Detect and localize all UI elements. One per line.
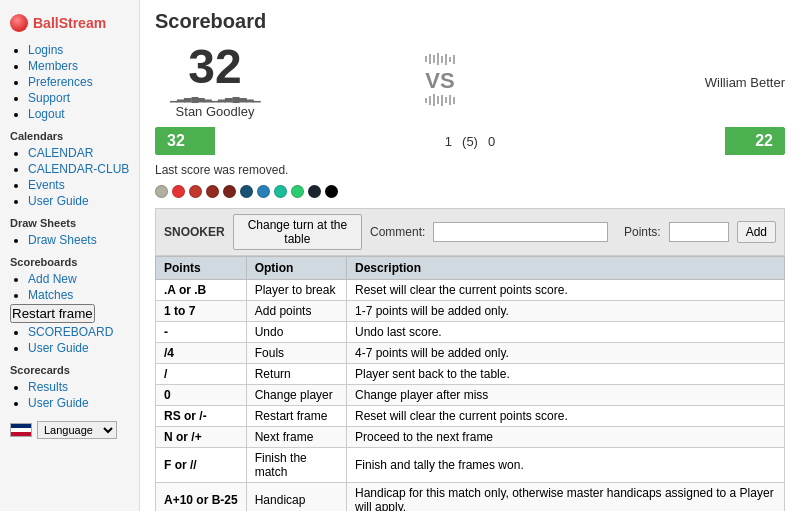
option-cell: Finish the match xyxy=(246,448,346,483)
option-cell: Add points xyxy=(246,301,346,322)
points-label: Points: xyxy=(624,225,661,239)
points-cell: - xyxy=(156,322,247,343)
bar-right-score: 22 xyxy=(725,127,785,155)
col-header-option: Option xyxy=(246,257,346,280)
table-row: A+10 or B-25 Handicap Handicap for this … xyxy=(156,483,785,512)
calendar-links: CALENDAR CALENDAR-CLUB Events User Guide xyxy=(0,145,139,209)
comment-input[interactable] xyxy=(433,222,608,242)
bar-right-score-mid: 0 xyxy=(488,134,495,149)
option-cell: Undo xyxy=(246,322,346,343)
bar-mid: 1 (5) 0 xyxy=(215,127,725,155)
table-row: .A or .B Player to break Reset will clea… xyxy=(156,280,785,301)
color-dots xyxy=(155,185,785,198)
red-dot4[interactable] xyxy=(223,185,236,198)
ball-icon xyxy=(10,14,28,32)
red-dot3[interactable] xyxy=(206,185,219,198)
sidebar-item-add-new[interactable]: Add New xyxy=(28,272,77,286)
col-header-desc: Description xyxy=(346,257,784,280)
desc-cell: 1-7 points will be added only. xyxy=(346,301,784,322)
green-dot[interactable] xyxy=(291,185,304,198)
snooker-label: SNOOKER xyxy=(164,225,225,239)
desc-cell: Proceed to the next frame xyxy=(346,427,784,448)
desc-cell: 4-7 points will be added only. xyxy=(346,343,784,364)
nav-members[interactable]: Members xyxy=(28,59,78,73)
nav-logins[interactable]: Logins xyxy=(28,43,63,57)
vs-block: VS xyxy=(275,53,605,109)
scoreboards-label: Scoreboards xyxy=(0,248,139,271)
sidebar-item-results[interactable]: Results xyxy=(28,380,68,394)
bar-left-score: 32 xyxy=(155,127,215,155)
comment-label: Comment: xyxy=(370,225,425,239)
add-button[interactable]: Add xyxy=(737,221,776,243)
score-area: 32 ▁▂▃▄▃▂▁▂▃▄▃▂▁ Stan Goodley VS William… xyxy=(155,43,785,119)
sidebar-item-calendar-club[interactable]: CALENDAR-CLUB xyxy=(28,162,129,176)
flag-icon xyxy=(10,423,32,437)
option-cell: Restart frame xyxy=(246,406,346,427)
sidebar-item-matches[interactable]: Matches xyxy=(28,288,73,302)
language-select[interactable]: Language xyxy=(37,421,117,439)
sidebar-item-calendar[interactable]: CALENDAR xyxy=(28,146,93,160)
desc-cell: Player sent back to the table. xyxy=(346,364,784,385)
points-cell: .A or .B xyxy=(156,280,247,301)
blue-dot1[interactable] xyxy=(240,185,253,198)
table-row: 0 Change player Change player after miss xyxy=(156,385,785,406)
restart-frame-button[interactable]: Restart frame xyxy=(10,304,95,323)
table-row: 1 to 7 Add points 1-7 points will be add… xyxy=(156,301,785,322)
desc-cell: Finish and tally the frames won. xyxy=(346,448,784,483)
blue-dot2[interactable] xyxy=(257,185,270,198)
last-score-message: Last score was removed. xyxy=(155,163,785,177)
points-cell: N or /+ xyxy=(156,427,247,448)
table-row: /4 Fouls 4-7 points will be added only. xyxy=(156,343,785,364)
table-row: RS or /- Restart frame Reset will clear … xyxy=(156,406,785,427)
sidebar-item-draw-sheets[interactable]: Draw Sheets xyxy=(28,233,97,247)
desc-cell: Reset will clear the current points scor… xyxy=(346,280,784,301)
main-content: Scoreboard 32 ▁▂▃▄▃▂▁▂▃▄▃▂▁ Stan Goodley… xyxy=(140,0,800,511)
change-turn-button[interactable]: Change turn at the table xyxy=(233,214,362,250)
nav-support[interactable]: Support xyxy=(28,91,70,105)
option-cell: Next frame xyxy=(246,427,346,448)
bar-frames: 1 xyxy=(445,134,452,149)
red-dot2[interactable] xyxy=(189,185,202,198)
left-wave: ▁▂▃▄▃▂▁▂▃▄▃▂▁ xyxy=(155,91,275,102)
desc-cell: Handicap for this match only, otherwise … xyxy=(346,483,784,512)
snooker-controls: SNOOKER Change turn at the table Comment… xyxy=(155,208,785,256)
option-cell: Handicap xyxy=(246,483,346,512)
option-cell: Player to break xyxy=(246,280,346,301)
sidebar-item-user-guide-sc[interactable]: User Guide xyxy=(28,396,89,410)
drawsheets-links: Draw Sheets xyxy=(0,232,139,248)
table-row: F or // Finish the match Finish and tall… xyxy=(156,448,785,483)
nav-preferences[interactable]: Preferences xyxy=(28,75,93,89)
dark-dot1[interactable] xyxy=(308,185,321,198)
sidebar-item-events[interactable]: Events xyxy=(28,178,65,192)
table-row: / Return Player sent back to the table. xyxy=(156,364,785,385)
vs-wave xyxy=(275,53,605,65)
col-header-points: Points xyxy=(156,257,247,280)
left-player-name: Stan Goodley xyxy=(155,104,275,119)
score-bar: 32 1 (5) 0 22 xyxy=(155,127,785,155)
logo-text: BallStream xyxy=(33,15,106,31)
desc-cell: Undo last score. xyxy=(346,322,784,343)
desc-cell: Reset will clear the current points scor… xyxy=(346,406,784,427)
left-score: 32 xyxy=(155,43,275,91)
language-section: Language xyxy=(0,411,139,449)
vs-wave-right xyxy=(275,94,605,106)
points-input[interactable] xyxy=(669,222,729,242)
calendars-label: Calendars xyxy=(0,122,139,145)
points-cell: A+10 or B-25 xyxy=(156,483,247,512)
left-player-block: 32 ▁▂▃▄▃▂▁▂▃▄▃▂▁ Stan Goodley xyxy=(155,43,275,119)
sidebar-item-scoreboard[interactable]: SCOREBOARD xyxy=(28,325,113,339)
sidebar-item-user-guide-cal[interactable]: User Guide xyxy=(28,194,89,208)
page-title: Scoreboard xyxy=(155,10,785,33)
teal-dot[interactable] xyxy=(274,185,287,198)
points-cell: F or // xyxy=(156,448,247,483)
reference-table: Points Option Description .A or .B Playe… xyxy=(155,256,785,511)
black-dot[interactable] xyxy=(325,185,338,198)
nav-logout[interactable]: Logout xyxy=(28,107,65,121)
bar-sets: (5) xyxy=(462,134,478,149)
option-cell: Return xyxy=(246,364,346,385)
sidebar-item-user-guide-sb[interactable]: User Guide xyxy=(28,341,89,355)
red-dot1[interactable] xyxy=(172,185,185,198)
gray-dot[interactable] xyxy=(155,185,168,198)
option-cell: Fouls xyxy=(246,343,346,364)
scorecards-label: Scorecards xyxy=(0,356,139,379)
